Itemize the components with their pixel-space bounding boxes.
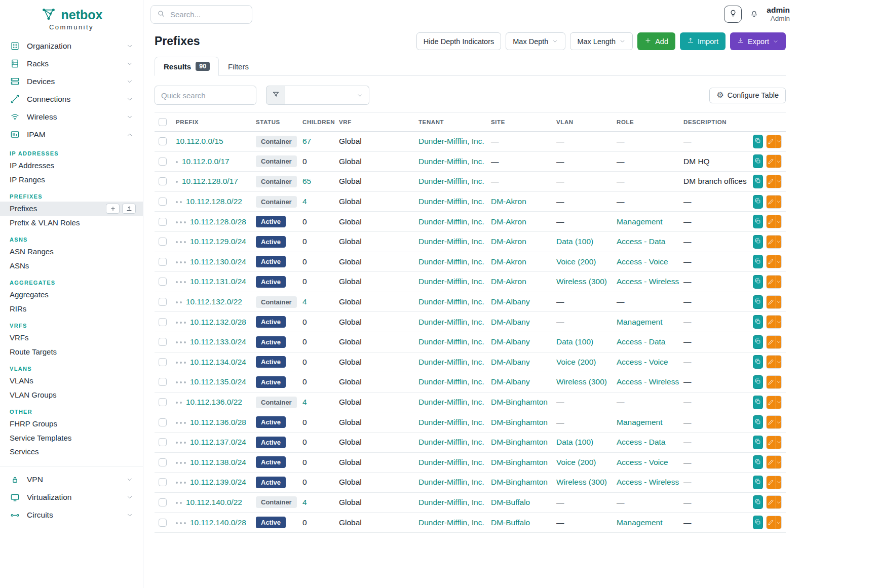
clone-button[interactable] (753, 455, 763, 469)
edit-button[interactable] (766, 355, 782, 369)
sidebar-item-prefixes[interactable]: Prefixes (0, 202, 143, 216)
sidebar-item-virtualization[interactable]: Virtualization (0, 489, 143, 506)
filter-button[interactable] (266, 86, 285, 105)
tenant-link[interactable]: Dunder-Mifflin, Inc. (418, 177, 484, 185)
site-link[interactable]: DM-Akron (491, 217, 526, 226)
edit-dropdown-caret[interactable] (776, 236, 781, 248)
clone-button[interactable] (753, 295, 763, 309)
site-link[interactable]: DM-Akron (491, 257, 526, 266)
sidebar-item-ip-ranges[interactable]: IP Ranges (0, 173, 143, 187)
clone-button[interactable] (753, 495, 763, 509)
prefix-link[interactable]: 10.112.133.0/24 (190, 337, 246, 346)
tab-filters[interactable]: Filters (219, 57, 258, 76)
edit-dropdown-caret[interactable] (776, 356, 781, 368)
clone-button[interactable] (753, 396, 763, 409)
row-checkbox[interactable] (159, 398, 167, 406)
tenant-link[interactable]: Dunder-Mifflin, Inc. (418, 518, 484, 527)
clone-button[interactable] (753, 135, 763, 148)
edit-dropdown-caret[interactable] (776, 416, 781, 428)
column-header-tenant[interactable]: TENANT (414, 113, 487, 132)
tenant-link[interactable]: Dunder-Mifflin, Inc. (418, 237, 484, 246)
edit-button[interactable] (766, 516, 782, 529)
edit-button[interactable] (766, 135, 782, 148)
edit-button[interactable] (766, 315, 782, 329)
column-header-status[interactable]: STATUS (252, 113, 298, 132)
site-link[interactable]: DM-Albany (491, 297, 530, 306)
prefix-link[interactable]: 10.112.137.0/24 (190, 438, 246, 446)
row-checkbox[interactable] (159, 318, 167, 326)
edit-button[interactable] (766, 235, 782, 249)
tab-results[interactable]: Results 90 (155, 57, 219, 76)
row-checkbox[interactable] (159, 158, 167, 166)
edit-button[interactable] (766, 195, 782, 209)
role-link[interactable]: Access - Wireless (617, 377, 679, 386)
column-header-description[interactable]: DESCRIPTION (679, 113, 749, 132)
sidebar-item-racks[interactable]: Racks (0, 55, 143, 72)
sidebar-item-devices[interactable]: Devices (0, 72, 143, 90)
vlan-link[interactable]: Voice (200) (556, 257, 596, 266)
tenant-link[interactable]: Dunder-Mifflin, Inc. (418, 318, 484, 326)
edit-button[interactable] (766, 396, 782, 409)
children-count-link[interactable]: 4 (302, 197, 307, 206)
tenant-link[interactable]: Dunder-Mifflin, Inc. (418, 458, 484, 466)
prefix-link[interactable]: 10.112.130.0/24 (190, 257, 246, 266)
clone-button[interactable] (753, 516, 763, 529)
sidebar-item-vlan-groups[interactable]: VLAN Groups (0, 388, 143, 402)
edit-dropdown-caret[interactable] (776, 336, 781, 348)
edit-button[interactable] (766, 436, 782, 449)
vlan-link[interactable]: Wireless (300) (556, 377, 607, 386)
edit-button[interactable] (766, 335, 782, 349)
clone-button[interactable] (753, 335, 763, 349)
tenant-link[interactable]: Dunder-Mifflin, Inc. (418, 498, 484, 506)
edit-button[interactable] (766, 415, 782, 429)
tenant-link[interactable]: Dunder-Mifflin, Inc. (418, 418, 484, 426)
sidebar-item-vrfs[interactable]: VRFs (0, 331, 143, 345)
prefix-link[interactable]: 10.112.135.0/24 (190, 377, 246, 386)
vlan-link[interactable]: Voice (200) (556, 458, 596, 466)
prefix-link[interactable]: 10.112.136.0/28 (190, 418, 246, 426)
edit-button[interactable] (766, 175, 782, 188)
row-checkbox[interactable] (159, 498, 167, 506)
edit-button[interactable] (766, 375, 782, 389)
sidebar-item-fhrp-groups[interactable]: FHRP Groups (0, 417, 143, 431)
sidebar-item-services[interactable]: Services (0, 445, 143, 459)
children-count-link[interactable]: 67 (302, 137, 311, 145)
prefix-link[interactable]: 10.112.138.0/24 (190, 458, 246, 466)
row-checkbox[interactable] (159, 218, 167, 226)
row-checkbox[interactable] (159, 418, 167, 426)
role-link[interactable]: Access - Wireless (617, 277, 679, 286)
tenant-link[interactable]: Dunder-Mifflin, Inc. (418, 297, 484, 306)
tenant-link[interactable]: Dunder-Mifflin, Inc. (418, 438, 484, 446)
max-depth-dropdown[interactable]: Max Depth (506, 32, 565, 50)
prefix-link[interactable]: 10.112.132.0/22 (186, 297, 242, 306)
edit-dropdown-caret[interactable] (776, 456, 781, 468)
row-checkbox[interactable] (159, 238, 167, 246)
clone-button[interactable] (753, 235, 763, 249)
role-link[interactable]: Management (617, 318, 662, 326)
global-search-input[interactable] (170, 10, 246, 19)
sidebar-item-route-targets[interactable]: Route Targets (0, 345, 143, 359)
edit-dropdown-caret[interactable] (776, 135, 781, 148)
edit-dropdown-caret[interactable] (776, 396, 781, 409)
column-header-role[interactable]: ROLE (613, 113, 679, 132)
edit-dropdown-caret[interactable] (776, 276, 781, 288)
sidebar-item-connections[interactable]: Connections (0, 90, 143, 108)
prefix-link[interactable]: 10.112.128.0/28 (190, 217, 246, 226)
edit-dropdown-caret[interactable] (776, 175, 781, 188)
notifications-button[interactable] (749, 9, 759, 20)
sidebar-item-vpn[interactable]: VPN (0, 471, 143, 489)
edit-button[interactable] (766, 295, 782, 309)
prefix-link[interactable]: 10.112.131.0/24 (190, 277, 246, 286)
site-link[interactable]: DM-Albany (491, 377, 530, 386)
site-link[interactable]: DM-Akron (491, 277, 526, 286)
column-header-vrf[interactable]: VRF (335, 113, 414, 132)
prefix-link[interactable]: 10.112.136.0/22 (186, 398, 242, 406)
prefix-link[interactable]: 10.112.140.0/28 (190, 518, 246, 527)
sidebar-item-service-templates[interactable]: Service Templates (0, 431, 143, 445)
row-checkbox[interactable] (159, 478, 167, 486)
edit-dropdown-caret[interactable] (776, 195, 781, 208)
sidebar-item-circuits[interactable]: Circuits (0, 506, 143, 524)
clone-button[interactable] (753, 154, 763, 168)
sidebar-item-organization[interactable]: Organization (0, 37, 143, 55)
vlan-link[interactable]: Data (100) (556, 237, 593, 246)
